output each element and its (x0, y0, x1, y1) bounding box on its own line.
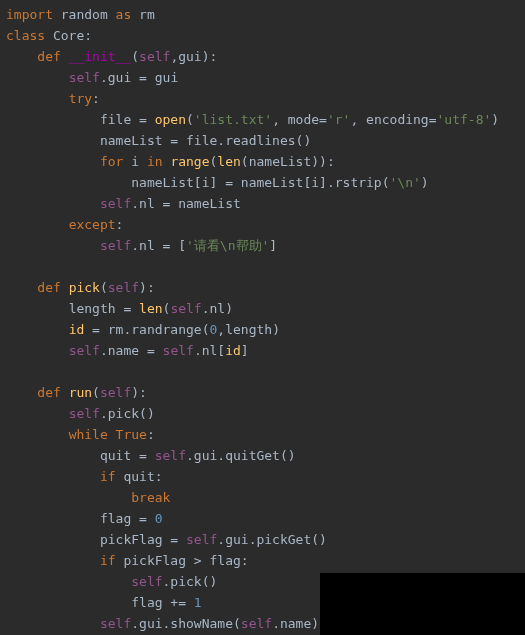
code-line: class Core: (6, 28, 92, 43)
code-line: if quit: (6, 469, 163, 484)
code-line: def pick(self): (6, 280, 155, 295)
code-line: self.pick() (6, 574, 217, 589)
code-line: self.pick() (6, 406, 155, 421)
code-line: import random as rm (6, 7, 155, 22)
code-line: for i in range(len(nameList)): (6, 154, 335, 169)
code-line: flag = 0 (6, 511, 163, 526)
code-line: def __init__(self,gui): (6, 49, 217, 64)
code-line: try: (6, 91, 100, 106)
code-line: if pickFlag > flag: (6, 553, 249, 568)
code-line (6, 364, 14, 379)
redaction-overlay (320, 573, 525, 635)
code-line: pickFlag = self.gui.pickGet() (6, 532, 327, 547)
code-line: quit = self.gui.quitGet() (6, 448, 296, 463)
code-line: self.nl = nameList (6, 196, 241, 211)
code-line: self.nl = ['请看\n帮助'] (6, 238, 277, 253)
code-line: file = open('list.txt', mode='r', encodi… (6, 112, 499, 127)
code-line: self.gui = gui (6, 70, 178, 85)
code-line (6, 259, 14, 274)
code-line: id = rm.randrange(0,length) (6, 322, 280, 337)
code-line: flag += 1 (6, 595, 202, 610)
code-line: while True: (6, 427, 155, 442)
code-line: nameList = file.readlines() (6, 133, 311, 148)
code-block: import random as rm class Core: def __in… (0, 0, 525, 635)
code-line: break (6, 490, 170, 505)
code-line: def run(self): (6, 385, 147, 400)
code-line: except: (6, 217, 123, 232)
code-line: self.name = self.nl[id] (6, 343, 249, 358)
code-line: length = len(self.nl) (6, 301, 233, 316)
code-line: self.gui.showName(self.name) (6, 616, 319, 631)
code-line: nameList[i] = nameList[i].rstrip('\n') (6, 175, 429, 190)
